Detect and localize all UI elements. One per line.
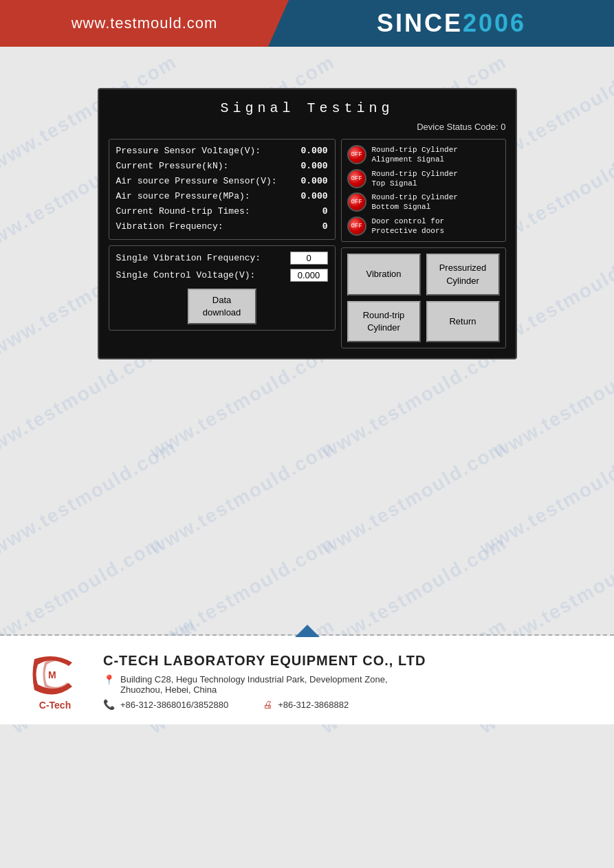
header: www.testmould.com SINCE2006	[0, 0, 614, 47]
panel-left: Pressure Sensor Voltage(V): 0.000 Curren…	[109, 139, 336, 348]
footer-contact-row: 📞 +86-312-3868016/3852880 🖨 +86-312-3868…	[103, 699, 586, 710]
led-alignment: OFF	[347, 145, 366, 164]
signal-bottom-label: Round-trip CylinderBottom Signal	[372, 192, 458, 212]
signal-row-alignment: OFF Round-trip CylinderAlignment Signal	[347, 145, 500, 165]
round-trip-times-label: Current Round-trip Times:	[116, 204, 290, 219]
control-row-single-voltage: Single Control Voltage(V):	[116, 269, 328, 282]
signal-row-top: OFF Round-trip CylinderTop Signal	[347, 169, 500, 189]
vibration-freq-label: Vibration Frequency:	[116, 219, 290, 234]
control-section: Single Vibration Frequency: Single Contr…	[109, 245, 336, 331]
led-door: OFF	[347, 216, 366, 236]
signal-testing-panel: Signal Testing Device Status Code: 0 Pre…	[98, 88, 517, 359]
footer-divider	[0, 634, 614, 636]
logo-svg: M	[28, 652, 83, 697]
phone-icon: 📞	[103, 699, 115, 710]
watermark: www.testmould.com	[146, 436, 338, 559]
single-vibration-input[interactable]	[290, 252, 328, 265]
header-since: SINCE2006	[289, 0, 614, 47]
footer-address-text: Building C28, Hegu Technology Industrial…	[120, 674, 388, 695]
data-download-button[interactable]: Datadownload	[188, 289, 256, 324]
sensor-row-pressure-voltage: Pressure Sensor Voltage(V): 0.000	[116, 144, 328, 159]
footer-content: M C-Tech C-TECH LABORATORY EQUIPMENT CO.…	[0, 636, 614, 724]
signal-section: OFF Round-trip CylinderAlignment Signal …	[341, 139, 506, 242]
fax-icon: 🖨	[263, 699, 272, 710]
round-trip-times-value: 0	[290, 204, 328, 219]
action-section: Vibration PressurizedCylinder Round-trip…	[341, 247, 506, 348]
footer-info: C-TECH LABORATORY EQUIPMENT CO., LTD 📍 B…	[103, 653, 586, 710]
sensor-row-air-pressure-mpa: Air source Pressure(MPa): 0.000	[116, 189, 328, 204]
signal-top-label: Round-trip CylinderTop Signal	[372, 169, 458, 189]
watermark: www.testmould.com	[0, 436, 181, 559]
air-pressure-mpa-label: Air source Pressure(MPa):	[116, 189, 290, 204]
led-top: OFF	[347, 169, 366, 188]
footer-fax-number: +86-312-3868882	[278, 700, 349, 710]
air-source-voltage-label: Air source Pressure Sensor(V):	[116, 174, 290, 189]
since-label: SINCE2006	[377, 9, 526, 38]
single-vibration-label: Single Vibration Frequency:	[116, 253, 290, 263]
footer-fax: 🖨 +86-312-3868882	[263, 699, 349, 710]
led-bottom: OFF	[347, 192, 366, 212]
footer-phone: 📞 +86-312-3868016/3852880	[103, 699, 228, 710]
footer-logo-text: C-Tech	[39, 700, 71, 711]
signal-alignment-label: Round-trip CylinderAlignment Signal	[372, 145, 458, 165]
sensor-section: Pressure Sensor Voltage(V): 0.000 Curren…	[109, 139, 336, 240]
pressure-voltage-label: Pressure Sensor Voltage(V):	[116, 144, 290, 159]
vibration-freq-value: 0	[290, 219, 328, 234]
device-status-label: Device Status Code:	[417, 122, 498, 132]
pressurized-cylinder-button[interactable]: PressurizedCylinder	[426, 254, 500, 295]
panel-body: Pressure Sensor Voltage(V): 0.000 Curren…	[109, 139, 506, 348]
round-trip-cylinder-button[interactable]: Round-tripCylinder	[347, 301, 421, 342]
panel-right: OFF Round-trip CylinderAlignment Signal …	[341, 139, 506, 348]
air-source-voltage-value: 0.000	[290, 174, 328, 189]
sensor-row-vibration-freq: Vibration Frequency: 0	[116, 219, 328, 234]
air-pressure-mpa-value: 0.000	[290, 189, 328, 204]
main-content: Signal Testing Device Status Code: 0 Pre…	[0, 47, 614, 359]
watermark: www.testmould.com	[318, 436, 510, 559]
device-status-value: 0	[501, 122, 505, 132]
single-voltage-label: Single Control Voltage(V):	[116, 270, 290, 280]
current-pressure-label: Current Pressure(kN):	[116, 159, 290, 174]
pressure-voltage-value: 0.000	[290, 144, 328, 159]
watermark: www.testmould.com	[476, 436, 614, 559]
single-voltage-input[interactable]	[290, 269, 328, 282]
footer-triangle-icon	[295, 625, 320, 637]
control-row-single-vibration: Single Vibration Frequency:	[116, 252, 328, 265]
footer-area: M C-Tech C-TECH LABORATORY EQUIPMENT CO.…	[0, 634, 614, 724]
sensor-row-round-trip-times: Current Round-trip Times: 0	[116, 204, 328, 219]
signal-row-door: OFF Door control forProtective doors	[347, 216, 500, 236]
footer-address: 📍 Building C28, Hegu Technology Industri…	[103, 674, 586, 695]
svg-text:M: M	[48, 669, 56, 680]
return-button[interactable]: Return	[426, 301, 500, 342]
header-website: www.testmould.com	[0, 0, 289, 47]
current-pressure-value: 0.000	[290, 159, 328, 174]
sensor-row-current-pressure: Current Pressure(kN): 0.000	[116, 159, 328, 174]
footer-logo: M C-Tech	[28, 652, 83, 711]
sensor-row-air-source-voltage: Air source Pressure Sensor(V): 0.000	[116, 174, 328, 189]
signal-row-bottom: OFF Round-trip CylinderBottom Signal	[347, 192, 500, 212]
footer-phone-number: +86-312-3868016/3852880	[120, 700, 228, 710]
vibration-button[interactable]: Vibration	[347, 254, 421, 295]
device-status: Device Status Code: 0	[109, 122, 506, 132]
footer-company-name: C-TECH LABORATORY EQUIPMENT CO., LTD	[103, 653, 586, 669]
signal-door-label: Door control forProtective doors	[372, 216, 445, 236]
pin-icon: 📍	[103, 674, 115, 685]
panel-title: Signal Testing	[109, 100, 506, 116]
website-url: www.testmould.com	[72, 14, 218, 32]
